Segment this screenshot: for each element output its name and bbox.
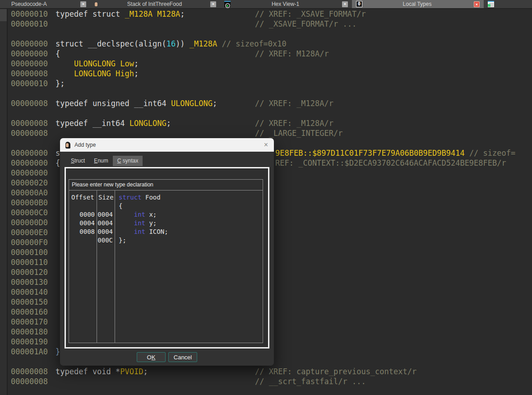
type-table-row[interactable]: { [69, 202, 263, 210]
type-table-row[interactable]: 000C}; [69, 236, 263, 245]
close-icon[interactable]: × [80, 1, 86, 7]
avatar-icon [94, 1, 101, 7]
address: 000000C0 [11, 208, 48, 218]
tab-next-partial[interactable] [484, 0, 502, 8]
size-cell: 000C [97, 236, 113, 245]
dialog-buttons: OK Cancel [60, 352, 274, 362]
type-declaration-table[interactable]: OffsetSizestruct Food{00000004 int x;000… [69, 191, 263, 343]
address: 00000130 [11, 277, 48, 287]
code-token: LONGLONG [130, 119, 167, 128]
type-editor-panel: Please enter new type declaration Offset… [65, 167, 269, 349]
address: 00000000 [11, 168, 48, 178]
code-token: typedef struct [56, 9, 125, 19]
declaration-code: int x; [119, 210, 157, 219]
address: 00000008 [11, 69, 48, 79]
code-line[interactable]: 00000010// _XSAVE_FORMAT/r ... [0, 19, 532, 29]
address: 00000190 [11, 337, 48, 347]
code-line[interactable]: 00000000 ULONGLONG Low; [0, 59, 532, 69]
xref-comment: // XREF: _M128A/r [255, 118, 333, 128]
code-line[interactable]: 00000008typedef void *PVOID;// XREF: cap… [0, 367, 532, 376]
code-token: ULONGLONG Low [74, 59, 134, 68]
code-line[interactable]: 00000008 LONGLONG High; [0, 69, 532, 79]
code-text: }; [56, 79, 65, 88]
dialog-tab-bar: Struct Enum C syntax [66, 156, 143, 166]
code-token: 9E8FEB::$897D11C01F73F7E79A06B0B9ED9B941… [275, 149, 465, 158]
xref-comment: // XREF: _M128A/r [255, 98, 333, 108]
address: 00000010 [11, 19, 48, 29]
address: 00000180 [11, 327, 48, 337]
tab-stack-of-initthreefood[interactable]: Stack of InitThreeFood × [90, 0, 220, 8]
type-editor-box[interactable]: Please enter new type declaration Offset… [69, 179, 263, 343]
tab-label: Pseudocode-A [0, 1, 79, 7]
local-types-icon [488, 1, 494, 7]
size-cell: 0004 [97, 219, 113, 228]
code-token: Food [142, 194, 161, 201]
type-table-row[interactable]: 00080004 int ICON; [69, 228, 263, 236]
address: 000000D0 [11, 218, 48, 228]
code-line[interactable]: 00000008// __scrt_fastfail/r ... [0, 376, 532, 386]
close-icon[interactable]: × [210, 1, 216, 7]
code-token: ULONGLONG [171, 99, 213, 108]
code-token: { [119, 202, 122, 209]
address: 00000008 [11, 98, 48, 108]
code-token: ICON; [145, 228, 168, 235]
offset-cell: 0004 [69, 219, 95, 228]
add-type-dialog: Add type × Struct Enum C syntax Please e… [60, 138, 274, 366]
address: 00000000 [11, 158, 48, 168]
tab-struct[interactable]: Struct [66, 156, 89, 166]
prompt-label: Please enter new type declaration [69, 180, 263, 191]
code-token: int [134, 211, 145, 218]
cancel-button[interactable]: Cancel [168, 352, 197, 362]
code-line[interactable]: 00000010typedef struct _M128A M128A;// X… [0, 9, 532, 19]
tab-local-types[interactable]: 0 Local Types × [352, 0, 484, 8]
code-line[interactable]: 00000008typedef unsigned __int64 ULONGLO… [0, 98, 532, 108]
address: 000000B0 [11, 198, 48, 208]
offset-cell: 0000 [69, 210, 95, 219]
address: 00000170 [11, 317, 48, 327]
tab-label: Local Types [362, 1, 472, 7]
code-token [56, 59, 74, 68]
ida-window: Pseudocode-A × Stack of InitThreeFood × … [0, 0, 532, 395]
code-text: typedef unsigned __int64 ULONGLONG; [56, 98, 217, 108]
code-token: 16 [167, 39, 176, 48]
type-table-row[interactable]: 00040004 int y; [69, 219, 263, 228]
code-line[interactable]: 00000008// _LARGE_INTEGER/r [0, 128, 532, 138]
xref-comment: // XREF: M128A/r [255, 49, 329, 59]
address: 00000010 [11, 79, 48, 88]
code-text: typedef __int64 LONGLONG; [56, 118, 171, 128]
stack-view-icon [224, 1, 231, 7]
declaration-code: }; [119, 236, 126, 245]
close-icon[interactable]: × [264, 141, 268, 149]
tab-enum[interactable]: Enum [89, 156, 112, 166]
type-table-row[interactable]: 00000004 int x; [69, 210, 263, 219]
size-cell: 0004 [97, 210, 113, 219]
code-line[interactable] [0, 29, 532, 39]
address: 00000008 [11, 118, 48, 128]
address: 00000150 [11, 297, 48, 307]
address: 00000008 [11, 128, 48, 138]
tab-hex-view-1[interactable]: Hex View-1 × [220, 0, 352, 8]
code-line[interactable]: 00000000{// XREF: M128A/r [0, 49, 532, 59]
code-token: typedef unsigned __int64 [56, 99, 171, 108]
code-line[interactable]: 00000008typedef __int64 LONGLONG;// XREF… [0, 118, 532, 128]
offset-header: Offset [69, 193, 97, 202]
code-line[interactable] [0, 88, 532, 98]
address: 00000100 [11, 247, 48, 257]
code-text-right: REF: _CONTEXT::$D2ECA93702C646ACAFACD524… [275, 158, 506, 168]
tab-pseudocode-a[interactable]: Pseudocode-A × [0, 0, 90, 8]
type-table-row[interactable]: OffsetSizestruct Food [69, 193, 263, 202]
code-token: REF: _CONTEXT::$D2ECA93702C646ACAFACD524… [275, 158, 506, 167]
ok-button[interactable]: OK [137, 352, 166, 362]
code-line[interactable]: 00000010}; [0, 79, 532, 88]
tab-c-syntax[interactable]: C syntax [113, 156, 143, 166]
code-token: PVOID [120, 367, 143, 376]
code-line[interactable] [0, 108, 532, 118]
code-token [119, 219, 134, 227]
close-icon[interactable]: × [342, 1, 348, 7]
tab-label: Hex View-1 [231, 1, 340, 7]
code-line[interactable]: 00000000struct __declspec(align(16)) _M1… [0, 39, 532, 49]
address: 00000000 [11, 49, 48, 59]
code-text: } [56, 347, 60, 357]
dialog-title-bar[interactable]: Add type × [60, 138, 274, 152]
close-icon[interactable]: × [474, 1, 480, 7]
